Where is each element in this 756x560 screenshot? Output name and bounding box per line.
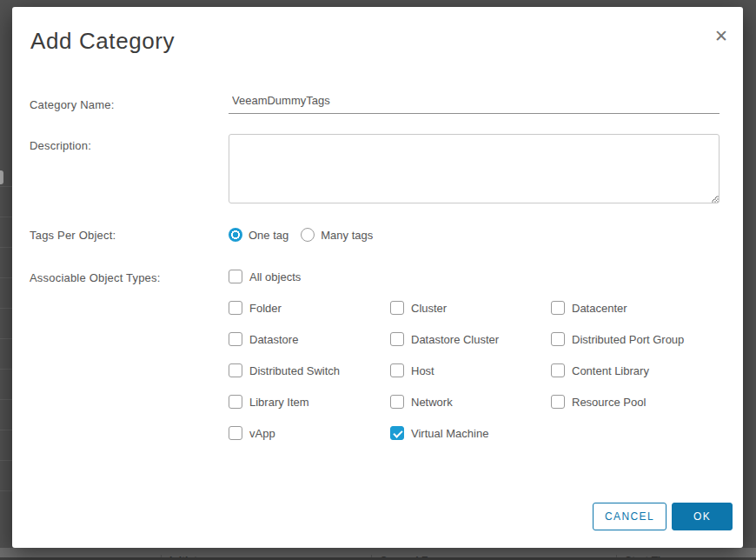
checkbox-icon[interactable]	[229, 301, 242, 315]
object-type-checkbox-item[interactable]: All objects	[229, 270, 724, 283]
checkbox-label: Datastore	[249, 333, 298, 346]
object-type-grid: Folder Cluster Datacenter Datastore Data…	[229, 301, 724, 440]
checkbox-icon[interactable]	[551, 301, 565, 315]
checkbox-label: Datacenter	[572, 302, 627, 315]
checkbox-label: Content Library	[572, 364, 649, 377]
object-type-checkbox-item[interactable]: Folder	[229, 301, 390, 315]
object-type-checkbox-item[interactable]: Datacenter	[551, 301, 724, 315]
object-type-checkbox-item[interactable]: Content Library	[551, 363, 724, 377]
checkbox-icon[interactable]	[229, 270, 242, 283]
checkbox-icon[interactable]	[229, 332, 242, 346]
checkbox-icon[interactable]	[551, 363, 565, 377]
object-type-checkbox-item[interactable]: Datastore	[229, 332, 390, 346]
checkbox-label: Distributed Port Group	[572, 333, 684, 346]
checkbox-label: All objects	[249, 270, 301, 283]
checkbox-label: Cluster	[411, 302, 447, 315]
checkbox-icon[interactable]	[390, 395, 404, 409]
checkbox-label: Datastore Cluster	[411, 333, 499, 346]
object-type-checkbox-item[interactable]: Network	[390, 395, 551, 409]
associable-object-types-group: All objects Folder Cluster Datacenter Da…	[229, 270, 724, 440]
checkbox-icon[interactable]	[390, 332, 404, 346]
object-type-checkbox-item[interactable]: Cluster	[390, 301, 551, 315]
dialog-title: Add Category	[30, 28, 175, 55]
radio-option[interactable]: Many tags	[301, 228, 373, 242]
checkbox-label: Virtual Machine	[411, 427, 488, 440]
checkbox-icon[interactable]	[390, 426, 404, 440]
object-type-checkbox-item[interactable]: Datastore Cluster	[390, 332, 551, 346]
close-icon[interactable]: ✕	[711, 26, 732, 47]
object-type-checkbox-item[interactable]: Virtual Machine	[390, 426, 551, 440]
checkbox-icon[interactable]	[551, 332, 565, 346]
checkbox-label: Network	[411, 396, 453, 409]
category-name-label: Category Name:	[30, 98, 114, 111]
category-name-input[interactable]	[229, 91, 720, 114]
checkbox-label: Library Item	[249, 396, 309, 409]
object-type-checkbox-item[interactable]: Distributed Port Group	[551, 332, 724, 346]
checkbox-icon[interactable]	[390, 363, 404, 377]
checkbox-label: Host	[411, 364, 434, 377]
radio-label: Many tags	[321, 229, 373, 242]
radio-option[interactable]: One tag	[229, 228, 288, 242]
ok-button[interactable]: OK	[672, 503, 733, 530]
checkbox-icon[interactable]	[229, 426, 242, 440]
add-category-dialog: Add Category ✕ Category Name: Descriptio…	[12, 7, 743, 548]
radio-label: One tag	[249, 229, 288, 242]
checkbox-icon[interactable]	[229, 395, 242, 409]
radio-icon[interactable]	[229, 228, 242, 242]
checkbox-icon[interactable]	[390, 301, 404, 315]
background-sidebar-strip	[0, 157, 12, 504]
object-type-checkbox-item[interactable]: Resource Pool	[551, 395, 724, 409]
checkbox-label: vApp	[249, 427, 275, 440]
object-type-checkbox-item[interactable]: vApp	[229, 426, 390, 440]
radio-icon[interactable]	[301, 228, 315, 242]
checkbox-label: Folder	[249, 302, 282, 315]
cancel-button[interactable]: CANCEL	[593, 503, 666, 530]
object-type-checkbox-item[interactable]: Distributed Switch	[229, 363, 390, 377]
object-type-checkbox-item[interactable]: Host	[390, 363, 551, 377]
object-type-checkbox-item[interactable]: Library Item	[229, 395, 390, 409]
description-label: Description:	[30, 139, 91, 152]
background-sidebar-notch	[0, 170, 3, 184]
dialog-footer: CANCEL OK	[593, 503, 733, 530]
checkbox-label: Distributed Switch	[249, 364, 340, 377]
checkbox-label: Resource Pool	[572, 396, 646, 409]
tags-per-object-group: One tag Many tags	[229, 228, 373, 242]
tags-per-object-label: Tags Per Object:	[30, 229, 116, 242]
checkbox-icon[interactable]	[229, 363, 242, 377]
background-table-header: Initiator Queued For Start Time ↓	[0, 548, 756, 557]
description-textarea[interactable]	[229, 134, 720, 203]
associable-object-types-label: Associable Object Types:	[30, 271, 161, 284]
checkbox-icon[interactable]	[551, 395, 565, 409]
